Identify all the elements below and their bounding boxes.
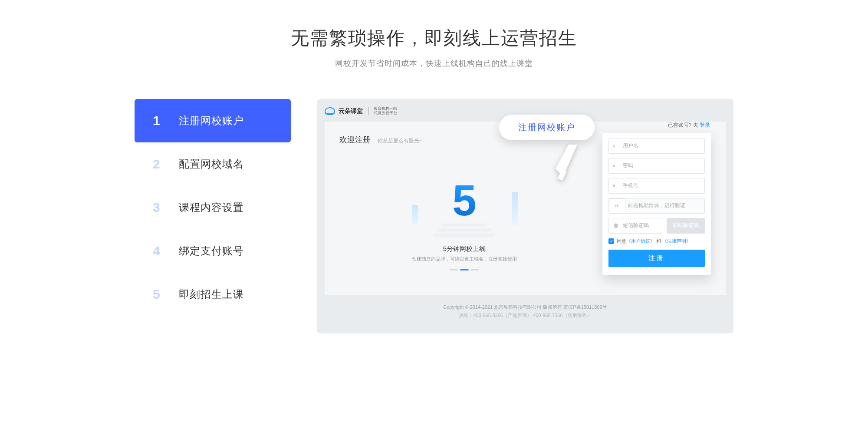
smscode-placeholder: 短信验证码: [623, 222, 649, 229]
submit-button[interactable]: 注册: [608, 250, 705, 267]
hero-number: 5: [452, 183, 477, 218]
hero-line2: 创建独立的品牌，可绑定自主域名，注册直接使用: [412, 256, 517, 262]
brand-sub: 教育机构一站式服务云平台: [374, 107, 397, 115]
slider-knob[interactable]: [609, 198, 625, 213]
page-title: 无需繁琐操作，即刻线上运营招生: [0, 26, 868, 50]
pillar-left-icon: [412, 205, 418, 225]
welcome-title: 欢迎注册: [339, 135, 371, 145]
step-3[interactable]: 3 课程内容设置: [135, 186, 291, 229]
pager-dot[interactable]: [470, 269, 479, 270]
step-5[interactable]: 5 即刻招生上课: [135, 273, 291, 316]
pager-dot-active[interactable]: [460, 269, 469, 270]
get-code-button[interactable]: 获取验证码: [667, 218, 705, 234]
user-icon: [612, 143, 619, 149]
hero-pager[interactable]: [450, 269, 479, 270]
step-3-label: 课程内容设置: [179, 201, 244, 214]
callout-arrow-icon: [553, 142, 579, 181]
phone-field[interactable]: 手机号: [608, 178, 705, 194]
login-link[interactable]: 登录: [700, 122, 710, 128]
page-subtitle: 网校开发节省时间成本，快速上线机构自己的线上课堂: [0, 58, 868, 69]
step-5-num: 5: [153, 287, 179, 302]
tos-link[interactable]: 《用户协议》: [626, 238, 655, 244]
password-placeholder: 密码: [623, 162, 633, 169]
pillar-right-icon: [512, 192, 518, 225]
legal-link[interactable]: 《法律声明》: [662, 238, 691, 244]
login-hint: 已有账号? 去 登录: [668, 122, 710, 129]
step-4-num: 4: [153, 244, 179, 258]
footer-hotline: 热线：400-965-8366（产品咨询） 400-965-7366（售后服务）: [325, 312, 726, 319]
pager-dot[interactable]: [450, 269, 458, 270]
brand-name: 云朵课堂: [339, 107, 363, 115]
username-field[interactable]: 用户名: [608, 138, 705, 154]
phone-placeholder: 手机号: [623, 182, 638, 189]
hero-line1: 5分钟网校上线: [443, 245, 486, 253]
footer-copyright: Copyright © 2014-2021 北京昱新科技有限公司 版权所有 京I…: [325, 304, 726, 310]
step-1-num: 1: [153, 113, 179, 128]
step-3-num: 3: [153, 200, 179, 215]
agree-row: ✓ 同意《用户协议》 和 《法律声明》: [608, 238, 705, 244]
step-4-label: 绑定支付账号: [179, 244, 244, 258]
signup-card: 已有账号? 去 登录 用户名 密码: [602, 133, 711, 275]
cloud-logo-icon: [325, 107, 335, 115]
welcome-sub: 你总是那么有眼光~: [378, 137, 422, 145]
step-2[interactable]: 2 配置网校域名: [135, 142, 291, 186]
shield-icon: [612, 223, 619, 229]
step-2-label: 配置网校域名: [179, 157, 244, 171]
step-5-label: 即刻招生上课: [179, 287, 244, 301]
double-arrow-right-icon: [614, 203, 620, 209]
password-field[interactable]: 密码: [608, 158, 705, 174]
mock-preview: 云朵课堂 教育机构一站式服务云平台 注册网校账户 欢迎注册 你总是那么有眼光~: [317, 99, 733, 333]
mock-footer: Copyright © 2014-2021 北京昱新科技有限公司 版权所有 京I…: [325, 304, 726, 319]
agree-checkbox[interactable]: ✓: [608, 238, 614, 244]
step-list: 1 注册网校账户 2 配置网校域名 3 课程内容设置 4 绑定支付账号 5 即刻…: [135, 99, 291, 333]
step-1-label: 注册网校账户: [179, 114, 244, 128]
step-1[interactable]: 1 注册网校账户: [135, 99, 291, 142]
hero-illustration: 5: [425, 168, 503, 242]
step-2-num: 2: [153, 157, 179, 171]
smscode-field[interactable]: 短信验证码: [608, 218, 662, 234]
username-placeholder: 用户名: [623, 142, 638, 149]
slider-verify[interactable]: 向右拖动滑块，进行验证: [608, 198, 705, 214]
brand-divider: [368, 107, 368, 115]
step-4[interactable]: 4 绑定支付账号: [135, 229, 291, 273]
slider-placeholder: 向右拖动滑块，进行验证: [628, 202, 685, 209]
mock-brand-bar: 云朵课堂 教育机构一站式服务云平台: [325, 107, 726, 115]
lock-icon: [612, 163, 619, 169]
callout-bubble: 注册网校账户: [499, 115, 595, 140]
phone-icon: [612, 183, 619, 189]
